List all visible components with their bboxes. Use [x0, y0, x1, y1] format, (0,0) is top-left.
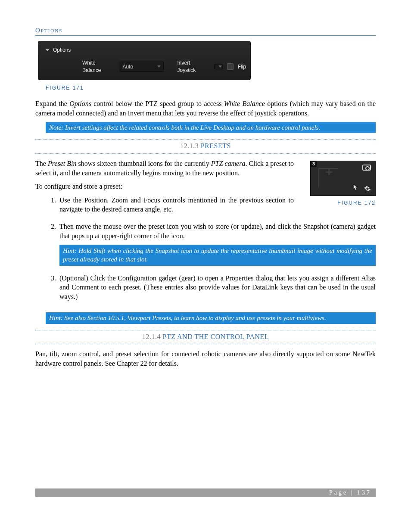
figure-171-caption: FIGURE 171	[46, 84, 376, 91]
options-header-row[interactable]: Options	[43, 45, 246, 59]
chevron-down-icon	[157, 65, 161, 68]
configure-preset-steps: Use the Position, Zoom and Focus control…	[35, 196, 376, 302]
preset-number-badge: 3	[311, 161, 317, 167]
page-number: Page | 137	[329, 489, 371, 497]
note-invert: Note: Invert settings affect the related…	[46, 122, 376, 133]
chevron-down-icon	[218, 65, 222, 68]
options-label: Options	[53, 47, 71, 53]
snapshot-camera-icon[interactable]	[362, 165, 371, 171]
body-paragraph: Pan, tilt, zoom control, and preset sele…	[35, 349, 376, 368]
step-2: Then move the mouse over the preset icon…	[58, 222, 376, 266]
body-paragraph: Expand the Options control below the PTZ…	[35, 99, 376, 118]
white-balance-dropdown[interactable]: Auto	[120, 62, 164, 72]
invert-joystick-dropdown[interactable]	[214, 64, 223, 69]
divider	[35, 344, 376, 344]
options-panel: Options White Balance Auto Invert Joysti…	[38, 41, 251, 80]
hint-shift-snapshot: Hint: Hold Shift when clicking the Snaps…	[59, 245, 376, 266]
section-12-1-3-title: 12.1.3 PRESETS	[35, 140, 376, 152]
figure-172-block: 3 + FIGURE 172	[300, 161, 376, 206]
preset-thumbnail[interactable]: 3 +	[310, 161, 376, 196]
step-3: (Optional) Click the Configuration gadge…	[58, 274, 376, 302]
white-balance-value: Auto	[123, 63, 134, 70]
white-balance-label: White Balance	[82, 59, 115, 73]
flip-label: Flip	[238, 63, 246, 70]
figure-172-caption: FIGURE 172	[300, 199, 376, 206]
invert-joystick-label: Invert Joystick	[177, 59, 209, 73]
section-heading-options: Options	[35, 26, 376, 36]
gear-icon[interactable]	[364, 185, 371, 192]
heading-text: Options	[35, 27, 62, 34]
page-footer: Page | 137	[35, 488, 376, 497]
flip-checkbox[interactable]	[227, 63, 234, 70]
plus-icon: +	[325, 165, 333, 178]
hint-viewport-presets: Hint: See also Section 10.5.1, Viewport …	[46, 312, 376, 324]
section-12-1-4-title: 12.1.4 PTZ AND THE CONTROL PANEL	[35, 330, 376, 343]
divider	[35, 153, 376, 154]
disclosure-triangle-icon[interactable]	[45, 49, 50, 51]
cursor-icon	[353, 184, 359, 191]
